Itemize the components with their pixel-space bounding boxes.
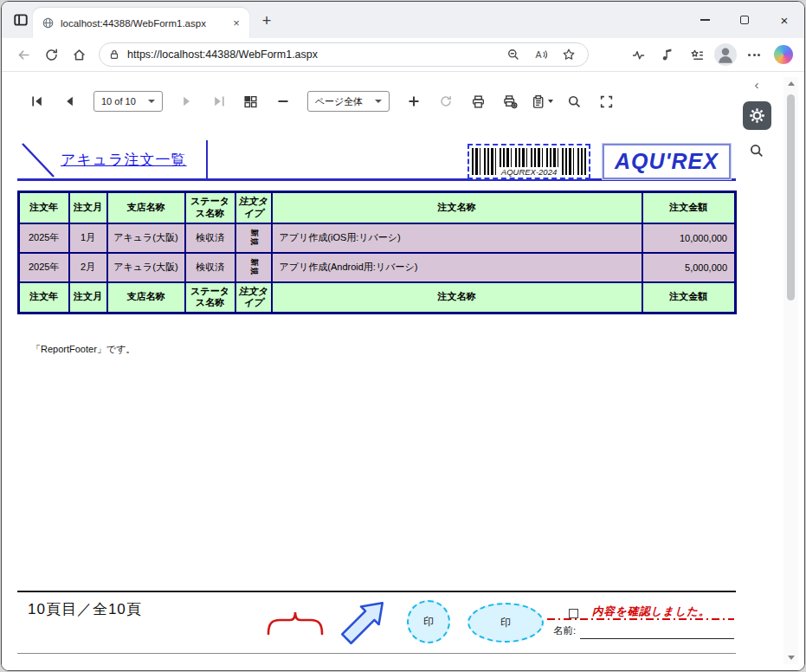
search-icon	[749, 143, 764, 158]
copilot-button[interactable]	[771, 42, 796, 67]
browser-window: localhost:44388/WebForm1.aspx × + × http…	[1, 1, 805, 671]
vertical-scrollbar[interactable]	[783, 77, 798, 664]
tab-close-button[interactable]: ×	[229, 16, 244, 31]
window-controls: ×	[685, 2, 804, 38]
minus-icon	[276, 94, 290, 108]
column-header-type: 注文タイプ	[235, 282, 272, 313]
column-header-month: 注文月	[69, 192, 107, 223]
zoom-out-button[interactable]	[270, 89, 296, 113]
next-page-icon	[180, 94, 194, 108]
navigation-bar: https://localhost:44388/WebForm1.aspx A	[2, 38, 804, 72]
settings-menu-button[interactable]	[742, 42, 766, 67]
footer-separator-line	[17, 591, 736, 592]
cell-status: 検収済	[185, 253, 235, 282]
last-page-icon	[212, 94, 226, 108]
fullscreen-button[interactable]	[593, 89, 619, 113]
plus-icon	[407, 94, 421, 108]
maximize-icon	[740, 16, 749, 24]
column-header-year: 注文年	[19, 192, 69, 223]
refresh-report-button[interactable]	[433, 89, 459, 113]
print-settings-button[interactable]	[497, 89, 523, 113]
column-header-branch: 支店名称	[107, 192, 185, 223]
report-header: アキュラ注文一覧 AQUREX-2024 AQU'REX	[17, 140, 736, 181]
new-tab-button[interactable]: +	[256, 10, 277, 31]
report-title: アキュラ注文一覧	[61, 150, 187, 170]
search-icon	[567, 94, 582, 109]
export-menu-button[interactable]	[529, 89, 555, 113]
cell-order-name: アプリ作成(Android用:リバーシ)	[272, 253, 642, 282]
tab-actions-button[interactable]	[10, 10, 31, 30]
gear-icon	[749, 107, 765, 124]
media-control-button[interactable]	[655, 42, 680, 67]
next-page-button[interactable]	[174, 89, 200, 113]
cell-type: 新規	[235, 223, 272, 253]
chevron-down-icon	[148, 100, 155, 103]
zoom-mode-value: ページ全体	[315, 95, 364, 108]
close-button[interactable]: ×	[764, 2, 804, 38]
chevron-down-icon	[548, 100, 553, 103]
read-aloud-icon: A	[534, 48, 548, 61]
column-header-type: 注文タイプ	[235, 192, 272, 223]
cell-type: 新規	[235, 253, 272, 282]
page-number-select[interactable]: 10 of 10	[93, 91, 163, 112]
scrollbar-thumb[interactable]	[787, 94, 795, 300]
first-page-icon	[30, 94, 44, 108]
refresh-button[interactable]	[38, 42, 64, 68]
chevron-down-icon	[375, 100, 382, 103]
arrow-shape	[336, 596, 390, 649]
prev-page-icon	[62, 94, 76, 108]
stamp-label: 印	[500, 616, 511, 630]
multipage-view-button[interactable]	[238, 89, 264, 113]
barcode: AQUREX-2024	[467, 144, 590, 179]
favorites-hub-button[interactable]	[685, 42, 709, 67]
panel-search-button[interactable]	[746, 140, 767, 161]
add-favorite-button[interactable]	[558, 44, 579, 65]
first-page-button[interactable]	[24, 89, 50, 113]
read-aloud-button[interactable]: A	[531, 44, 551, 65]
column-header-year: 注文年	[19, 282, 69, 313]
url-text[interactable]: https://localhost:44388/WebForm1.aspx	[127, 48, 496, 61]
confirm-checkbox[interactable]	[569, 609, 578, 618]
ellipsis-icon	[748, 54, 760, 56]
column-header-status: ステータス名称	[185, 282, 235, 313]
profile-avatar[interactable]	[714, 43, 737, 66]
page-number-label: 10頁目／全10頁	[28, 599, 142, 619]
report-footer-note: 「ReportFooter」です。	[31, 343, 135, 356]
refresh-report-icon	[439, 94, 453, 108]
cell-year: 2025年	[19, 223, 69, 253]
column-header-month: 注文月	[69, 282, 107, 313]
address-bar[interactable]: https://localhost:44388/WebForm1.aspx A	[99, 42, 589, 67]
collapse-panel-button[interactable]: ‹	[755, 79, 759, 91]
settings-gear-button[interactable]	[743, 101, 771, 130]
column-header-branch: 支店名称	[107, 282, 185, 313]
zoom-in-button[interactable]	[401, 89, 427, 113]
multipage-icon	[243, 94, 258, 109]
print-button[interactable]	[465, 89, 491, 113]
home-button[interactable]	[66, 42, 92, 68]
search-button[interactable]	[561, 89, 587, 113]
zoom-mode-select[interactable]: ページ全体	[307, 91, 390, 112]
site-info-icon	[108, 48, 120, 61]
workspaces-icon	[13, 12, 29, 28]
home-icon	[72, 48, 87, 62]
copilot-icon	[774, 45, 793, 64]
viewer-area: 10 of 10 ページ全体	[2, 72, 804, 671]
refresh-icon	[44, 48, 59, 62]
last-page-button[interactable]	[206, 89, 232, 113]
zoom-out-icon	[506, 48, 520, 61]
stamp-label: 印	[423, 615, 434, 630]
back-button[interactable]	[10, 42, 36, 68]
browser-essentials-button[interactable]	[626, 42, 650, 67]
minimize-button[interactable]	[685, 2, 725, 38]
svg-text:A: A	[536, 49, 542, 60]
browser-tab[interactable]: localhost:44388/WebForm1.aspx ×	[33, 8, 249, 38]
fullscreen-icon	[599, 94, 614, 109]
maximize-button[interactable]	[725, 2, 764, 38]
scroll-down-arrow[interactable]	[788, 656, 795, 660]
diagonal-line-shape	[21, 142, 57, 178]
scroll-up-arrow[interactable]	[788, 81, 795, 86]
zoom-out-page-button[interactable]	[503, 44, 524, 65]
page-number-value: 10 of 10	[101, 96, 136, 107]
prev-page-button[interactable]	[56, 89, 82, 113]
side-panel-rail: ‹	[738, 79, 775, 161]
